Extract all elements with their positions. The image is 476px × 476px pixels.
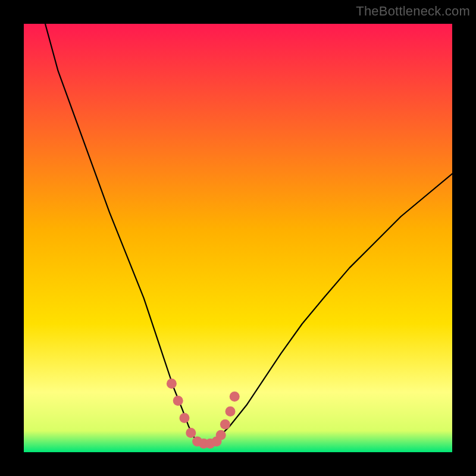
marker-point — [180, 413, 190, 423]
marker-point — [216, 430, 226, 440]
gradient-background — [24, 24, 452, 452]
attribution-text: TheBottleneck.com — [356, 4, 470, 19]
marker-point — [173, 396, 183, 406]
marker-point — [186, 428, 196, 438]
marker-point — [220, 419, 230, 430]
marker-point — [230, 392, 240, 402]
plot-area — [24, 24, 452, 452]
marker-point — [167, 378, 177, 389]
chart-frame: TheBottleneck.com — [0, 0, 476, 476]
chart-svg — [24, 24, 452, 452]
marker-point — [226, 406, 236, 416]
